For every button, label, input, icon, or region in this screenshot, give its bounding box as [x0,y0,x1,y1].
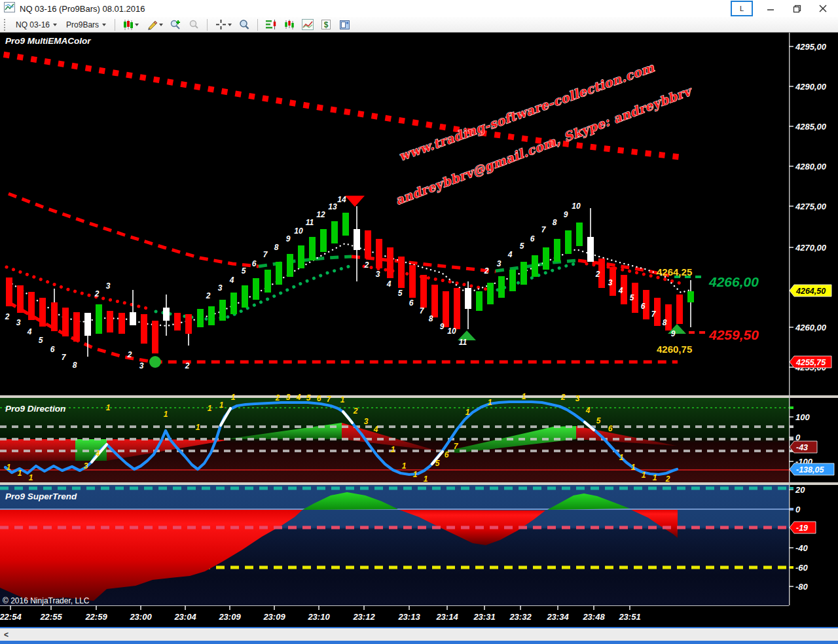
svg-text:-40: -40 [795,543,809,553]
svg-text:9: 9 [440,322,445,331]
svg-text:-19: -19 [796,524,808,533]
svg-text:4: 4 [95,449,100,458]
restore-button[interactable] [788,2,805,15]
svg-text:-60: -60 [795,563,809,573]
svg-text:23:14: 23:14 [435,612,458,622]
svg-text:2: 2 [353,406,358,416]
svg-text:23:32: 23:32 [509,612,532,622]
svg-text:3: 3 [84,461,88,471]
svg-text:1: 1 [642,471,646,480]
svg-text:20: 20 [795,485,805,495]
svg-text:11: 11 [459,338,467,347]
svg-text:10: 10 [447,327,456,336]
svg-text:4285,00: 4285,00 [795,122,827,132]
svg-text:22:55: 22:55 [39,612,62,622]
magnifier-icon [238,19,250,31]
svg-text:23:10: 23:10 [307,612,330,622]
svg-text:6: 6 [252,259,257,268]
toolbar-separator [207,19,208,31]
instrument-selector[interactable]: NQ 03-16 [13,19,60,31]
svg-text:5: 5 [520,241,524,251]
link-button[interactable]: L [731,1,753,16]
close-button[interactable] [814,2,831,15]
svg-text:100: 100 [795,412,810,422]
chart-trader-button[interactable] [264,18,278,31]
svg-text:23:13: 23:13 [397,612,420,622]
toolbar-grip[interactable] [4,19,8,31]
svg-text:4260,00: 4260,00 [795,323,827,332]
svg-text:2: 2 [5,312,10,321]
svg-text:2: 2 [595,270,600,279]
svg-text:Pro9 Direction: Pro9 Direction [5,404,65,414]
svg-text:5: 5 [435,459,440,468]
svg-text:8: 8 [553,218,557,227]
toolbar: NQ 03-16 Pro9Bars $ [0,17,838,33]
zoom-window-button[interactable] [237,18,251,31]
svg-text:2: 2 [94,289,100,298]
svg-text:Pro9 SuperTrend: Pro9 SuperTrend [5,492,77,501]
svg-text:0: 0 [795,505,801,514]
scroll-left-arrow[interactable]: < [4,630,9,639]
svg-text:4: 4 [507,250,513,259]
bar-style-button[interactable] [121,18,141,31]
panel-icon [339,20,350,30]
svg-text:23:00: 23:00 [129,612,152,622]
svg-text:11: 11 [306,218,314,227]
account-data-button[interactable]: $ [319,18,333,31]
svg-text:9: 9 [564,210,568,219]
svg-text:1: 1 [18,469,22,478]
zoom-in-button[interactable] [168,18,183,31]
svg-text:8: 8 [429,314,433,323]
chart-area[interactable]: Pro9 SuperTrend© 2016 NinjaTrader, LLC 1… [0,33,838,627]
svg-text:4: 4 [386,279,392,289]
svg-text:3: 3 [16,318,21,327]
svg-text:13: 13 [328,202,337,211]
series-selector[interactable]: Pro9Bars [64,19,109,31]
properties-button[interactable] [337,18,352,31]
svg-text:4: 4 [296,393,301,402]
horizontal-scrollbar[interactable]: < [0,627,838,644]
svg-text:22:59: 22:59 [84,612,107,622]
svg-text:23:51: 23:51 [618,612,640,622]
svg-text:4270,00: 4270,00 [795,243,827,253]
svg-text:6: 6 [641,302,646,311]
svg-text:2: 2 [206,291,211,300]
chevron-down-icon [53,24,57,28]
bar-spacing-button[interactable] [282,18,297,31]
svg-text:1: 1 [522,392,526,401]
svg-text:2: 2 [484,266,489,276]
svg-text:9: 9 [286,234,291,243]
chevron-down-icon [228,24,232,28]
svg-text:4259,50: 4259,50 [708,327,759,342]
svg-text:5: 5 [630,293,634,302]
svg-text:4: 4 [373,425,378,434]
svg-text:3: 3 [376,270,380,279]
zoom-in-icon [170,19,181,31]
svg-text:4260,75: 4260,75 [657,344,692,355]
svg-text:3: 3 [139,361,144,370]
svg-text:6: 6 [445,450,449,459]
svg-text:1: 1 [106,403,111,412]
svg-text:-80: -80 [795,582,809,592]
svg-text:6: 6 [530,234,535,243]
drawing-tools-button[interactable] [145,18,164,31]
svg-text:14: 14 [337,195,346,204]
svg-text:8: 8 [663,318,667,327]
chevron-down-icon [159,24,163,28]
chart-canvas[interactable]: Pro9 SuperTrend© 2016 NinjaTrader, LLC 1… [0,33,838,627]
minimize-button[interactable] [762,2,779,15]
svg-text:4264,25: 4264,25 [657,266,692,277]
svg-text:-138,05: -138,05 [796,465,824,474]
toolbar-separator [115,19,115,31]
svg-text:3: 3 [218,283,223,293]
chart-style-button[interactable] [301,18,315,31]
svg-text:$: $ [324,20,329,29]
svg-text:23:04: 23:04 [173,612,196,622]
svg-text:1: 1 [196,423,200,432]
zoom-out-button[interactable] [187,18,201,31]
svg-text:9: 9 [671,329,676,338]
svg-text:2: 2 [127,350,132,359]
cursor-button[interactable] [213,18,233,31]
svg-text:2: 2 [560,393,566,402]
svg-text:1: 1 [164,410,168,419]
